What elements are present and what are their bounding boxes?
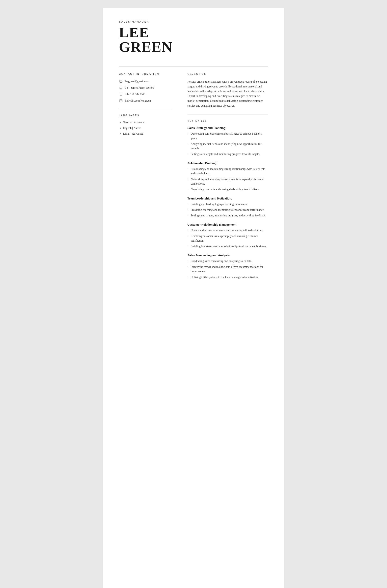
skill-list-3: Understanding customer needs and deliver… — [188, 228, 268, 249]
skill-list-0: Developing comprehensive sales strategie… — [188, 132, 268, 157]
skill-category-title-4: Sales Forecasting and Analysis: — [188, 254, 268, 257]
contact-linkedin: linkedin.com/lee.green — [119, 99, 171, 103]
skill-item-0-1: Analyzing market trends and identifying … — [188, 142, 268, 151]
address-text: 9 St. James Place, Oxford — [125, 86, 154, 89]
resume-page: SALES MANAGER LEE GREEN CONTACT INFORMAT… — [103, 8, 284, 588]
lang-bullet-0 — [120, 122, 121, 123]
skill-category-title-2: Team Leadership and Motivation: — [188, 197, 268, 200]
skill-item-1-1: Networking and attending industry events… — [188, 177, 268, 186]
header-divider — [119, 66, 268, 66]
skill-category-3: Customer Relationship Management: Unders… — [188, 223, 268, 249]
skill-category-title-3: Customer Relationship Management: — [188, 223, 268, 226]
lang-bullet-1 — [120, 127, 121, 129]
contact-email: leegreen@gmail.com — [119, 79, 171, 84]
last-name: GREEN — [119, 39, 172, 55]
language-item-1: English | Native — [119, 126, 171, 130]
skill-list-4: Conducting sales forecasting and analyzi… — [188, 259, 268, 279]
right-column: OBJECTIVE Results-driven Sales Manager w… — [179, 73, 268, 285]
skill-item-2-0: Building and leading high-performing sal… — [188, 202, 268, 207]
first-name: LEE — [119, 24, 149, 41]
skill-list-2: Building and leading high-performing sal… — [188, 202, 268, 218]
skill-category-4: Sales Forecasting and Analysis: Conducti… — [188, 254, 268, 279]
linkedin-icon — [119, 99, 123, 103]
phone-text: +44 151 987 6541 — [125, 93, 146, 96]
skills-section: KEY SKILLS Sales Strategy and Planning: … — [188, 120, 268, 279]
language-text-0: German | Advanced — [123, 121, 145, 124]
skill-item-3-2: Building long-term customer relationship… — [188, 244, 268, 249]
language-item-2: Italian | Advanced — [119, 132, 171, 135]
skill-item-0-2: Setting sales targets and monitoring pro… — [188, 152, 268, 156]
skill-list-1: Establishing and maintaining strong rela… — [188, 167, 268, 192]
left-column: CONTACT INFORMATION leegreen@gmail.com — [119, 73, 179, 285]
contact-section: CONTACT INFORMATION leegreen@gmail.com — [119, 73, 171, 103]
skill-category-1: Relationship Building: Establishing and … — [188, 162, 268, 192]
skill-item-4-0: Conducting sales forecasting and analyzi… — [188, 259, 268, 263]
language-item-0: German | Advanced — [119, 121, 171, 124]
job-title: SALES MANAGER — [119, 20, 268, 23]
email-icon — [119, 79, 123, 84]
contact-section-title: CONTACT INFORMATION — [119, 73, 171, 75]
skill-item-3-1: Resolving customer issues promptly and e… — [188, 234, 268, 243]
skill-item-1-2: Negotiating contracts and closing deals … — [188, 187, 268, 192]
skill-category-title-1: Relationship Building: — [188, 162, 268, 165]
objective-section: OBJECTIVE Results-driven Sales Manager w… — [188, 73, 268, 108]
lang-bullet-2 — [120, 133, 121, 134]
full-name: LEE GREEN — [119, 25, 268, 54]
objective-text: Results-driven Sales Manager with a prov… — [188, 79, 268, 108]
skill-category-title-0: Sales Strategy and Planning: — [188, 126, 268, 129]
header-section: SALES MANAGER LEE GREEN — [119, 20, 268, 60]
address-icon — [119, 86, 123, 90]
phone-icon — [119, 92, 123, 96]
languages-section-title: LANGUAGES — [119, 114, 171, 117]
skill-category-0: Sales Strategy and Planning: Developing … — [188, 126, 268, 157]
email-text: leegreen@gmail.com — [125, 80, 149, 83]
main-content: CONTACT INFORMATION leegreen@gmail.com — [119, 73, 268, 285]
skills-section-title: KEY SKILLS — [188, 120, 268, 122]
skill-item-0-0: Developing comprehensive sales strategie… — [188, 132, 268, 141]
skill-item-2-1: Providing coaching and mentoring to enha… — [188, 208, 268, 212]
skill-item-2-2: Setting sales targets, monitoring progre… — [188, 213, 268, 218]
skill-item-3-0: Understanding customer needs and deliver… — [188, 228, 268, 233]
skill-item-4-1: Identifying trends and making data-drive… — [188, 265, 268, 274]
contact-divider — [119, 109, 171, 109]
objective-divider — [188, 114, 268, 114]
skill-item-4-2: Utilizing CRM systems to track and manag… — [188, 275, 268, 279]
skill-category-2: Team Leadership and Motivation: Building… — [188, 197, 268, 218]
language-text-1: English | Native — [123, 126, 141, 130]
languages-section: LANGUAGES German | Advanced English | Na… — [119, 114, 171, 135]
skill-item-1-0: Establishing and maintaining strong rela… — [188, 167, 268, 176]
language-text-2: Italian | Advanced — [123, 132, 144, 135]
contact-address: 9 St. James Place, Oxford — [119, 86, 171, 90]
linkedin-link[interactable]: linkedin.com/lee.green — [125, 99, 151, 102]
objective-section-title: OBJECTIVE — [188, 73, 268, 75]
contact-phone: +44 151 987 6541 — [119, 92, 171, 96]
